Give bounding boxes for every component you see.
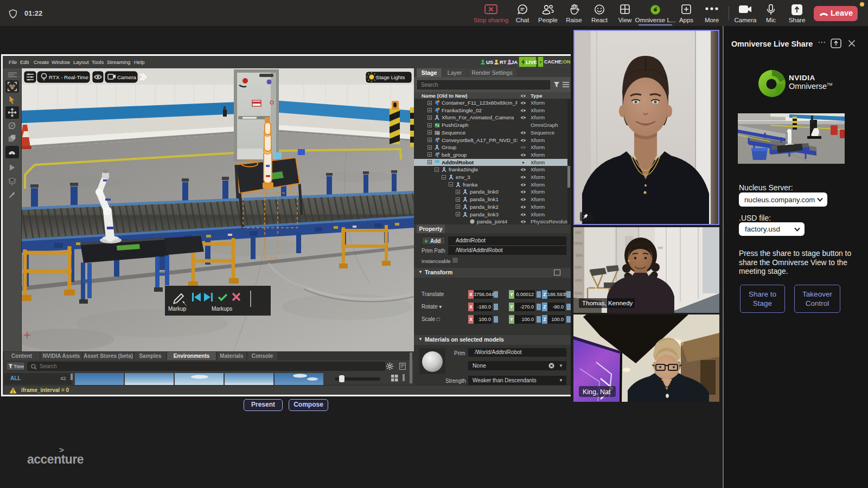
svg-text:Stage Lights: Stage Lights xyxy=(376,74,405,80)
svg-text:Markups: Markups xyxy=(212,306,232,312)
svg-text:Camera: Camera xyxy=(117,74,136,80)
svg-text:RTX - Real-Time: RTX - Real-Time xyxy=(49,74,88,80)
svg-text:Thomas, Kennedy: Thomas, Kennedy xyxy=(582,300,633,306)
svg-text:King, Nat: King, Nat xyxy=(583,388,611,396)
svg-text:Markup: Markup xyxy=(168,306,187,312)
